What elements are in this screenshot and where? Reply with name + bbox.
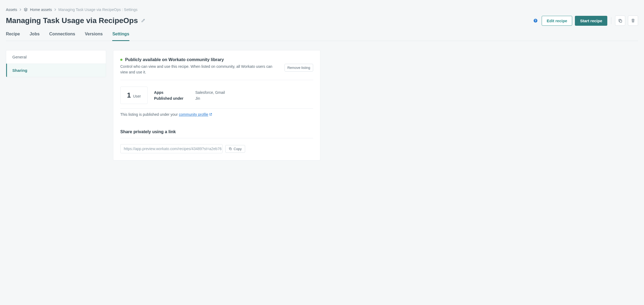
breadcrumb-assets[interactable]: Assets [6, 8, 17, 12]
external-link-icon [209, 112, 212, 117]
apps-label: Apps [154, 90, 189, 95]
clone-button[interactable] [615, 16, 625, 26]
user-count-value: 1 [127, 91, 131, 99]
copy-link-label: Copy [234, 147, 242, 151]
sidebar-item-general[interactable]: General [6, 50, 106, 64]
help-icon[interactable]: ? [534, 19, 537, 23]
tab-jobs[interactable]: Jobs [29, 32, 39, 41]
divider [611, 17, 611, 24]
status-dot-icon [120, 59, 122, 61]
published-note-prefix: This listing is published under your [120, 112, 179, 117]
start-recipe-button[interactable]: Start recipe [575, 16, 607, 26]
breadcrumb: Assets Home assets Managing Task Usage v… [6, 8, 638, 12]
public-description: Control who can view and use this recipe… [120, 64, 279, 75]
tab-settings[interactable]: Settings [112, 32, 129, 41]
remove-listing-button[interactable]: Remove listing [284, 64, 313, 72]
settings-sidebar: General Sharing [6, 50, 106, 77]
copy-icon [618, 18, 622, 23]
chevron-right-icon [19, 8, 21, 11]
published-under-value: Jin [195, 96, 225, 101]
public-status-title: Publicly available on Workato community … [125, 57, 224, 62]
sharing-panel: Publicly available on Workato community … [113, 50, 320, 161]
tabs: Recipe Jobs Connections Versions Setting… [6, 32, 638, 41]
apps-value: Salesforce, Gmail [195, 90, 225, 95]
sidebar-item-sharing[interactable]: Sharing [6, 64, 106, 77]
copy-icon [229, 147, 232, 150]
breadcrumb-current: Managing Task Usage via RecipeOps : Sett… [58, 8, 137, 12]
tab-connections[interactable]: Connections [49, 32, 75, 41]
header-actions: ? Edit recipe Start recipe [534, 16, 638, 26]
page-title: Managing Task Usage via RecipeOps [6, 16, 138, 25]
trash-icon [631, 18, 635, 23]
edit-title-icon[interactable] [141, 19, 145, 23]
svg-rect-3 [230, 148, 231, 150]
user-count-box: 1 User [120, 87, 148, 104]
folder-stack-icon [24, 8, 28, 12]
svg-rect-1 [620, 20, 622, 22]
chevron-right-icon [54, 8, 56, 11]
copy-link-button[interactable]: Copy [225, 145, 245, 153]
share-private-title: Share privately using a link [120, 129, 313, 138]
edit-recipe-button[interactable]: Edit recipe [542, 16, 572, 26]
community-profile-link[interactable]: community profile [179, 112, 208, 117]
delete-button[interactable] [628, 16, 638, 26]
breadcrumb-home-assets[interactable]: Home assets [30, 8, 52, 12]
tab-versions[interactable]: Versions [85, 32, 103, 41]
user-count-label: User [133, 94, 141, 98]
published-under-label: Published under [154, 96, 189, 101]
private-link-field[interactable]: https://app.preview.workato.com/recipes/… [120, 144, 223, 153]
tab-recipe[interactable]: Recipe [6, 32, 20, 41]
